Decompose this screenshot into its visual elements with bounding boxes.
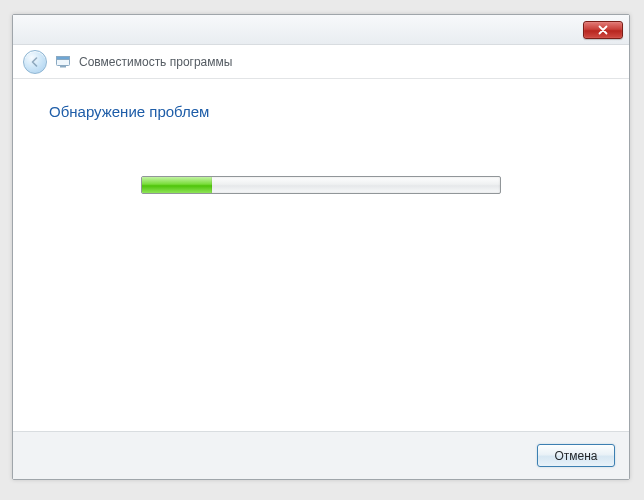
wizard-content: Обнаружение проблем: [13, 79, 629, 431]
titlebar: [13, 15, 629, 45]
svg-rect-1: [57, 56, 70, 59]
wizard-footer: Отмена: [13, 431, 629, 479]
progress-fill: [142, 177, 212, 193]
svg-rect-2: [60, 66, 66, 68]
close-button[interactable]: [583, 21, 623, 39]
wizard-window: Совместимость программы Обнаружение проб…: [12, 14, 630, 480]
app-icon: [55, 54, 71, 70]
wizard-header: Совместимость программы: [13, 45, 629, 79]
page-heading: Обнаружение проблем: [49, 103, 593, 120]
cancel-button[interactable]: Отмена: [537, 444, 615, 467]
close-icon: [598, 25, 608, 35]
back-button[interactable]: [23, 50, 47, 74]
progress-container: [141, 176, 501, 194]
cancel-button-label: Отмена: [554, 449, 597, 463]
progress-bar: [141, 176, 501, 194]
wizard-title: Совместимость программы: [79, 55, 232, 69]
arrow-left-icon: [29, 56, 41, 68]
